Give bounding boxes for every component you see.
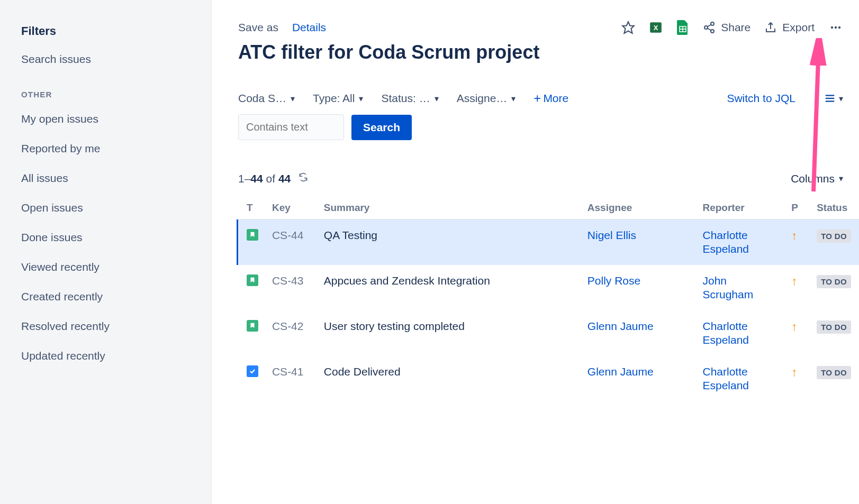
- issue-summary[interactable]: Appcues and Zendesk Integration: [324, 274, 578, 287]
- sidebar-section-other: OTHER: [0, 74, 211, 104]
- status-badge[interactable]: TO DO: [817, 320, 851, 334]
- sidebar-item-reported-by-me[interactable]: Reported by me: [0, 134, 211, 163]
- issue-summary[interactable]: User story testing completed: [324, 320, 578, 333]
- results-count: 1–44 of 44: [238, 172, 309, 185]
- svg-marker-0: [622, 22, 634, 33]
- export-button[interactable]: Export: [764, 21, 815, 34]
- svg-line-10: [708, 29, 711, 31]
- svg-point-13: [838, 26, 840, 29]
- page-title: ATC filter for Coda Scrum project: [238, 41, 859, 63]
- table-header: T Key Summary Assignee Reporter P Status: [238, 197, 859, 219]
- share-button[interactable]: Share: [703, 21, 751, 34]
- star-icon[interactable]: [621, 21, 635, 34]
- svg-point-7: [704, 26, 708, 29]
- issue-assignee[interactable]: Glenn Jaume: [587, 320, 693, 333]
- col-header-reporter[interactable]: Reporter: [702, 202, 782, 214]
- col-header-status[interactable]: Status: [817, 202, 859, 214]
- more-actions-icon[interactable]: [828, 21, 843, 34]
- issue-type-icon: [247, 320, 258, 332]
- sidebar-item-resolved-recently[interactable]: Resolved recently: [0, 311, 211, 341]
- details-button[interactable]: Details: [292, 21, 326, 34]
- svg-point-6: [711, 22, 714, 25]
- filter-header-row: Save as Details X Share Export: [238, 20, 859, 35]
- results-meta: 1–44 of 44 Columns ▾: [238, 172, 859, 185]
- issue-reporter[interactable]: CharlotteEspeland: [702, 365, 782, 392]
- issue-key[interactable]: CS-43: [272, 274, 314, 287]
- sidebar-item-all-issues[interactable]: All issues: [0, 163, 211, 193]
- criteria-row: Coda S… ▾ Type: All ▾ Status: … ▾ Assign…: [238, 92, 859, 105]
- col-header-key[interactable]: Key: [272, 202, 314, 214]
- sidebar-item-created-recently[interactable]: Created recently: [0, 282, 211, 311]
- sidebar-item-open-issues[interactable]: Open issues: [0, 193, 211, 223]
- chevron-down-icon: ▾: [435, 94, 439, 104]
- issue-assignee[interactable]: Nigel Ellis: [587, 229, 693, 242]
- issue-type-icon: [247, 274, 258, 286]
- issue-assignee[interactable]: Glenn Jaume: [587, 365, 693, 378]
- issue-summary[interactable]: Code Delivered: [324, 365, 578, 378]
- sidebar-item-my-open-issues[interactable]: My open issues: [0, 104, 211, 134]
- issue-key[interactable]: CS-44: [272, 229, 314, 242]
- issue-reporter[interactable]: CharlotteEspeland: [702, 320, 782, 346]
- export-label: Export: [782, 21, 815, 34]
- status-badge[interactable]: TO DO: [817, 275, 851, 288]
- issue-reporter[interactable]: JohnScrugham: [702, 274, 782, 301]
- main-content: Save as Details X Share Export ATC filte…: [212, 0, 859, 504]
- issues-table: T Key Summary Assignee Reporter P Status…: [238, 197, 859, 401]
- issue-assignee[interactable]: Polly Rose: [587, 274, 693, 287]
- svg-point-11: [831, 26, 833, 29]
- share-label: Share: [721, 21, 751, 34]
- issue-type-icon: [247, 229, 258, 241]
- status-badge[interactable]: TO DO: [817, 366, 851, 379]
- priority-icon: ↑: [791, 229, 807, 243]
- priority-icon: ↑: [791, 365, 807, 379]
- issue-summary[interactable]: QA Testing: [324, 229, 578, 242]
- columns-button[interactable]: Columns ▾: [791, 172, 843, 185]
- svg-point-12: [835, 26, 837, 29]
- table-row[interactable]: CS-42User story testing completedGlenn J…: [238, 310, 859, 356]
- chevron-down-icon: ▾: [839, 173, 843, 184]
- sidebar-item-done-issues[interactable]: Done issues: [0, 223, 211, 252]
- status-dropdown[interactable]: Status: … ▾: [381, 92, 438, 105]
- priority-icon: ↑: [791, 274, 807, 288]
- table-row[interactable]: CS-43Appcues and Zendesk IntegrationPoll…: [238, 265, 859, 310]
- svg-point-8: [711, 30, 714, 33]
- save-as-button[interactable]: Save as: [238, 21, 278, 34]
- issue-key[interactable]: CS-42: [272, 320, 314, 333]
- col-header-priority[interactable]: P: [791, 202, 807, 214]
- switch-to-jql-button[interactable]: Switch to JQL: [727, 92, 795, 105]
- svg-text:X: X: [654, 24, 658, 32]
- google-sheets-export-icon[interactable]: [676, 20, 689, 35]
- issue-type-icon: [247, 365, 258, 377]
- col-header-type[interactable]: T: [247, 202, 263, 214]
- table-row[interactable]: CS-44QA TestingNigel EllisCharlotteEspel…: [237, 219, 859, 265]
- issue-key[interactable]: CS-41: [272, 365, 314, 378]
- chevron-down-icon: ▾: [291, 94, 295, 104]
- chevron-down-icon: ▾: [511, 94, 516, 104]
- status-badge[interactable]: TO DO: [817, 230, 851, 243]
- table-row[interactable]: CS-41Code DeliveredGlenn JaumeCharlotteE…: [238, 356, 859, 401]
- sidebar-item-updated-recently[interactable]: Updated recently: [0, 341, 211, 371]
- svg-line-9: [708, 25, 711, 27]
- refresh-icon[interactable]: [298, 172, 309, 185]
- col-header-summary[interactable]: Summary: [324, 202, 578, 214]
- assignee-dropdown[interactable]: Assigne… ▾: [457, 92, 516, 105]
- sidebar-heading: Filters: [0, 15, 211, 44]
- chevron-down-icon: ▾: [839, 94, 843, 104]
- sidebar-item-viewed-recently[interactable]: Viewed recently: [0, 252, 211, 282]
- issue-reporter[interactable]: CharlotteEspeland: [702, 229, 782, 255]
- view-switcher[interactable]: ▾: [824, 93, 843, 104]
- col-header-assignee[interactable]: Assignee: [587, 202, 693, 214]
- sidebar-item-search-issues[interactable]: Search issues: [0, 44, 211, 74]
- search-button[interactable]: Search: [351, 115, 412, 140]
- search-input[interactable]: [238, 114, 344, 140]
- type-dropdown[interactable]: Type: All ▾: [313, 92, 363, 105]
- filters-sidebar: Filters Search issues OTHER My open issu…: [0, 0, 212, 504]
- excel-export-icon[interactable]: X: [649, 21, 663, 34]
- priority-icon: ↑: [791, 320, 807, 334]
- project-dropdown[interactable]: Coda S… ▾: [238, 92, 295, 105]
- search-row: Search: [238, 114, 859, 140]
- more-criteria-button[interactable]: + More: [534, 92, 568, 105]
- chevron-down-icon: ▾: [359, 94, 363, 104]
